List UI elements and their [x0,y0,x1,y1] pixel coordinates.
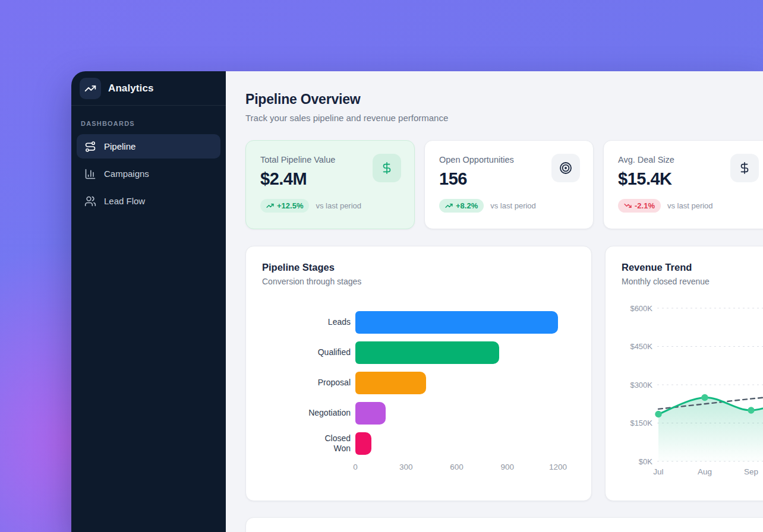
main-content-scroll-area[interactable]: Pipeline Overview Track your sales pipel… [226,71,763,532]
delta-value: +8.2% [456,201,478,210]
bar-track [355,341,558,364]
app-title: Analytics [108,83,154,94]
bottom-card-partial [245,517,763,532]
line-chart: $600K$450K$300K$150K$0KJulAugSep [622,290,763,481]
bar-row: Negotiation [303,402,575,425]
data-point-dot[interactable] [701,394,708,401]
bar-closed-won[interactable] [355,432,371,455]
x-tick-label: 900 [500,463,514,471]
sidebar-item-label: Lead Flow [104,196,145,206]
y-tick-label: $600K [630,304,652,313]
delta-badge: -2.1% [618,199,661,213]
bar-category-label: Proposal [303,378,351,388]
trending-down-icon [624,202,632,210]
chart-title: Revenue Trend [622,262,763,273]
page-title: Pipeline Overview [245,91,763,107]
kpi-row: Total Pipeline Value $2.4M +12.5% vs las… [245,140,763,229]
sidebar-item-pipeline[interactable]: Pipeline [77,134,220,159]
pipeline-stages-card: Pipeline Stages Conversion through stage… [245,246,592,501]
x-tick-label: 300 [399,463,413,471]
data-point-dot[interactable] [748,407,754,413]
kpi-card-total-pipeline-value: Total Pipeline Value $2.4M +12.5% vs las… [245,140,415,229]
sidebar: Analytics DASHBOARDS Pipeline Campaigns [71,71,226,532]
bar-track [355,432,558,455]
bar-row: Leads [303,311,575,334]
x-tick-label: 600 [450,463,464,471]
y-tick-label: $300K [630,381,652,390]
bar-chart-x-axis: 03006009001200 [355,463,558,473]
chart-title: Pipeline Stages [262,262,575,273]
bar-category-label: Negotiation [303,408,351,419]
x-tick-label: Aug [698,467,712,476]
app-window: Analytics DASHBOARDS Pipeline Campaigns [71,71,763,532]
sidebar-header: Analytics [71,71,226,106]
dollar-icon [373,154,401,182]
bar-track [355,311,558,334]
y-tick-label: $150K [630,419,652,428]
sidebar-item-label: Pipeline [104,141,135,151]
users-icon [84,195,96,207]
trending-up-icon [445,202,453,210]
trending-up-icon [266,202,274,210]
chart-subtitle: Monthly closed revenue [622,277,763,286]
bar-row: Closed Won [303,432,575,455]
compare-text: vs last period [490,201,536,210]
sidebar-item-lead-flow[interactable]: Lead Flow [77,189,220,213]
x-tick-label: 0 [353,463,358,471]
revenue-area-fill [658,395,763,461]
sidebar-item-campaigns[interactable]: Campaigns [77,162,220,186]
bar-chart-icon [84,168,96,180]
dollar-icon [730,154,759,182]
kpi-card-avg-deal-size: Avg. Deal Size $15.4K -2.1% vs last peri… [603,140,763,229]
charts-row: Pipeline Stages Conversion through stage… [245,246,763,501]
bar-track [355,372,558,394]
bar-category-label: Leads [303,317,351,328]
x-tick-label: Sep [744,467,758,476]
page-subtitle: Track your sales pipeline and revenue pe… [245,113,763,123]
data-point-dot[interactable] [655,411,661,417]
delta-value: +12.5% [277,201,303,210]
bar-negotiation[interactable] [355,402,386,425]
delta-badge: +12.5% [260,199,309,213]
bar-proposal[interactable] [355,372,426,394]
y-tick-label: $0K [639,457,652,466]
kpi-card-open-opportunities: Open Opportunities 156 +8.2% vs last per… [424,140,594,229]
bar-category-label: Closed Won [303,433,351,454]
bar-row: Proposal [303,372,575,394]
bar-leads[interactable] [355,311,558,334]
sidebar-item-label: Campaigns [104,169,149,179]
chart-subtitle: Conversion through stages [262,277,575,286]
target-icon [551,154,580,182]
bar-qualified[interactable] [355,341,499,364]
bar-row: Qualified [303,341,575,364]
y-tick-label: $450K [630,342,652,351]
x-tick-label: 1200 [549,463,567,471]
x-tick-label: Jul [653,467,663,476]
sidebar-nav: Pipeline Campaigns Lead Flow [71,134,226,216]
route-icon [84,141,96,153]
delta-badge: +8.2% [439,199,484,213]
bar-chart: LeadsQualifiedProposalNegotiationClosed … [303,311,575,455]
revenue-trend-card: Revenue Trend Monthly closed revenue $60… [605,246,763,501]
compare-text: vs last period [316,201,361,210]
compare-text: vs last period [667,201,713,210]
bar-category-label: Qualified [303,347,351,358]
trending-up-logo-icon [80,78,101,99]
delta-value: -2.1% [635,201,655,210]
sidebar-section-label: DASHBOARDS [81,120,216,127]
bar-track [355,402,558,425]
